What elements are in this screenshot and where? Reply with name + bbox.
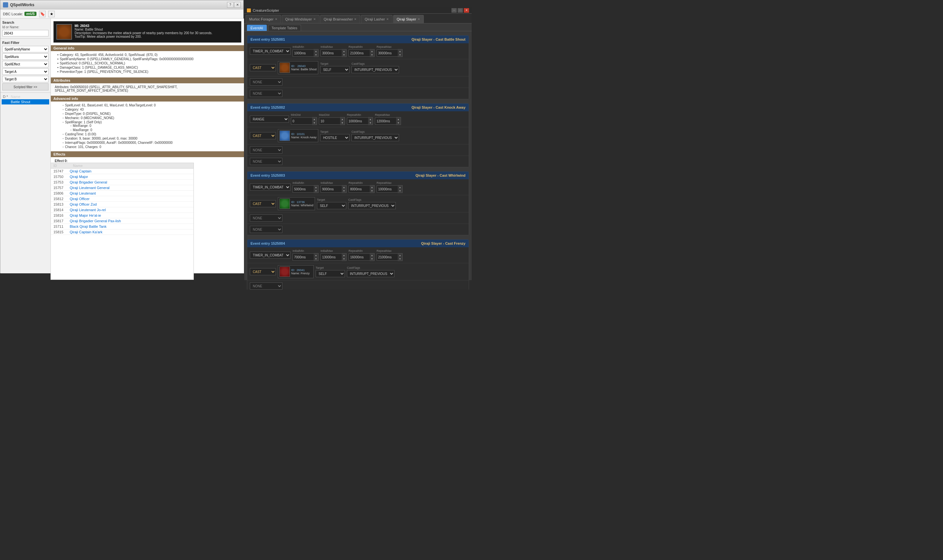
spell-family-dropdown[interactable]: SpellFamilyName xyxy=(2,46,49,52)
spinner-down[interactable]: ▼ xyxy=(342,53,346,57)
spinner-down[interactable]: ▼ xyxy=(370,189,374,192)
tab-qiraji-slayer[interactable]: Qiraji Slayer ✕ xyxy=(393,15,424,23)
inner-tab-event-ai[interactable]: EventAI xyxy=(247,25,267,31)
spinner-down[interactable]: ▼ xyxy=(314,189,318,192)
event-4-repeat-max-input[interactable] xyxy=(377,254,398,261)
cs-maximize-button[interactable]: □ xyxy=(458,8,463,13)
event-4-initial-min-input[interactable] xyxy=(293,254,314,261)
creature-name[interactable]: Qiraji Brigadier General xyxy=(70,180,107,184)
event-4-type-select[interactable]: TIMER_IN_COMBAT xyxy=(250,252,290,259)
tab-close-icon[interactable]: ✕ xyxy=(418,18,420,21)
spinner-up[interactable]: ▲ xyxy=(398,186,402,189)
event-4-action-select[interactable]: CAST xyxy=(250,268,276,275)
creature-name[interactable]: Qiraji Major He'al-ie xyxy=(70,214,101,217)
creature-name[interactable]: Qiraji Officer Zod xyxy=(70,202,97,206)
tab-qiraji-lasher[interactable]: Qiraji Lasher ✕ xyxy=(361,15,392,23)
event-1-action-select[interactable]: CAST xyxy=(250,64,276,71)
event-2-action-select[interactable]: CAST xyxy=(250,132,276,139)
tab-close-icon[interactable]: ✕ xyxy=(275,18,278,21)
creature-name[interactable]: Qiraji Brigadier General Pax-lish xyxy=(70,219,121,223)
event-2-type-select[interactable]: RANGE xyxy=(250,115,289,123)
creature-row-15711[interactable]: 15711 Black Qiraji Battle Tank xyxy=(51,224,193,229)
spinner-up[interactable]: ▲ xyxy=(342,186,346,189)
tab-close-icon[interactable]: ✕ xyxy=(354,18,357,21)
spinner-up[interactable]: ▲ xyxy=(312,117,316,121)
tab-close-icon[interactable]: ✕ xyxy=(313,18,316,21)
spinner-up[interactable]: ▲ xyxy=(370,254,374,257)
spinner-down[interactable]: ▼ xyxy=(314,257,318,261)
spinner-up[interactable]: ▲ xyxy=(398,254,402,257)
spinner-up[interactable]: ▲ xyxy=(314,254,318,257)
event-4-target-select[interactable]: SELF xyxy=(316,270,345,277)
event-4-repeat-min-input[interactable] xyxy=(349,254,370,261)
event-2-repeat-max-input[interactable] xyxy=(375,117,396,125)
event-4-initial-max-input[interactable] xyxy=(321,254,342,261)
event-1-none-select-1[interactable]: NONE xyxy=(250,78,282,86)
creature-name[interactable]: Qiraji Captain xyxy=(70,169,91,173)
list-item[interactable]: Battle Shout xyxy=(2,99,49,105)
spinner-down[interactable]: ▼ xyxy=(340,121,345,125)
event-3-action-select[interactable]: CAST xyxy=(250,200,276,207)
event-1-repeat-min-input[interactable] xyxy=(349,49,370,57)
creature-name[interactable]: Qiraji Lieutenant General xyxy=(70,186,110,190)
tab-close-icon[interactable]: ✕ xyxy=(386,18,389,21)
event-1-initial-max-input[interactable] xyxy=(321,49,342,57)
spell-aura-dropdown[interactable]: SpellAura xyxy=(2,53,49,60)
inner-tab-template-tables[interactable]: Template Tables xyxy=(268,25,301,31)
creature-row-15753[interactable]: 15753 Qiraji Brigadier General xyxy=(51,180,193,185)
spinner-up[interactable]: ▲ xyxy=(396,117,401,121)
bookmark-button[interactable]: 🔖 xyxy=(39,11,46,17)
creature-row-15806[interactable]: 15806 Qiraji Lieutenant xyxy=(51,191,193,196)
event-3-type-select[interactable]: TIMER_IN_COMBAT xyxy=(250,183,290,191)
event-2-repeat-min-input[interactable] xyxy=(347,117,368,125)
cs-close-button[interactable]: ✕ xyxy=(464,8,469,13)
spinner-down[interactable]: ▼ xyxy=(396,121,401,125)
event-2-maxdist-input[interactable] xyxy=(319,117,340,125)
creature-name[interactable]: Qiraji Captain Ka'ark xyxy=(70,230,103,234)
tab-qiraji-mindslayer[interactable]: Qiraji Mindslayer ✕ xyxy=(282,15,319,23)
spinner-down[interactable]: ▼ xyxy=(398,53,402,57)
spinner-up[interactable]: ▲ xyxy=(342,254,346,257)
event-3-repeat-min-input[interactable] xyxy=(349,186,370,192)
event-1-none-select-2[interactable]: NONE xyxy=(250,90,282,97)
spinner-down[interactable]: ▼ xyxy=(368,121,373,125)
event-3-repeat-max-input[interactable] xyxy=(377,186,398,192)
creature-row-15750[interactable]: 15750 Qiraji Major xyxy=(51,174,193,180)
spinner-down[interactable]: ▼ xyxy=(370,257,374,261)
creature-name[interactable]: Black Qiraji Battle Tank xyxy=(70,225,106,228)
creature-row-15757[interactable]: 15757 Qiraji Lieutenant General xyxy=(51,185,193,191)
spinner-up[interactable]: ▲ xyxy=(398,49,402,53)
spinner-up[interactable]: ▲ xyxy=(368,117,373,121)
event-3-none-select-1[interactable]: NONE xyxy=(250,214,282,222)
event-1-repeat-max-input[interactable] xyxy=(377,49,398,57)
creature-row-15813[interactable]: 15813 Qiraji Officer Zod xyxy=(51,202,193,207)
spinner-down[interactable]: ▼ xyxy=(314,53,318,57)
event-1-type-select[interactable]: TIMER_IN_COMBAT xyxy=(250,48,290,55)
event-3-initial-min-input[interactable] xyxy=(293,186,314,192)
help-button[interactable]: ? xyxy=(227,2,233,8)
creature-row-15747[interactable]: 15747 Qiraji Captain xyxy=(51,169,193,174)
spinner-down[interactable]: ▼ xyxy=(312,121,316,125)
tab-murloc-forager[interactable]: Murloc Forager ✕ xyxy=(245,15,281,23)
spinner-up[interactable]: ▲ xyxy=(314,49,318,53)
search-input[interactable] xyxy=(2,30,49,37)
event-1-initial-min-input[interactable] xyxy=(293,49,314,57)
event-4-castflags-select[interactable]: INTURRUPT_PREVIOUS xyxy=(347,270,395,277)
spinner-up[interactable]: ▲ xyxy=(342,49,346,53)
close-button[interactable]: ✕ xyxy=(234,2,241,8)
creature-name[interactable]: Qiraji Lieutenant Jo-rel xyxy=(70,208,106,212)
event-2-mindist-input[interactable] xyxy=(291,117,312,125)
event-2-none-select-2[interactable]: NONE xyxy=(250,158,282,165)
scripted-filter-button[interactable]: Scripted filter >> xyxy=(2,83,49,91)
creature-name[interactable]: Qiraji Officer xyxy=(70,197,90,201)
spinner-up[interactable]: ▲ xyxy=(314,186,318,189)
tab-qiraji-brainwasher[interactable]: Qiraji Brainwasher ✕ xyxy=(320,15,361,23)
star-button[interactable]: ★ xyxy=(48,11,55,17)
cs-minimize-button[interactable]: ─ xyxy=(451,8,457,13)
event-2-target-select[interactable]: HOSTILE xyxy=(320,134,349,141)
event-1-castflags-select[interactable]: INTURRUPT_PREVIOUS xyxy=(352,66,399,73)
spinner-up[interactable]: ▲ xyxy=(340,117,345,121)
event-2-none-select-1[interactable]: NONE xyxy=(250,146,282,154)
creature-row-15812[interactable]: 15812 Qiraji Officer xyxy=(51,196,193,202)
spinner-up[interactable]: ▲ xyxy=(370,49,374,53)
